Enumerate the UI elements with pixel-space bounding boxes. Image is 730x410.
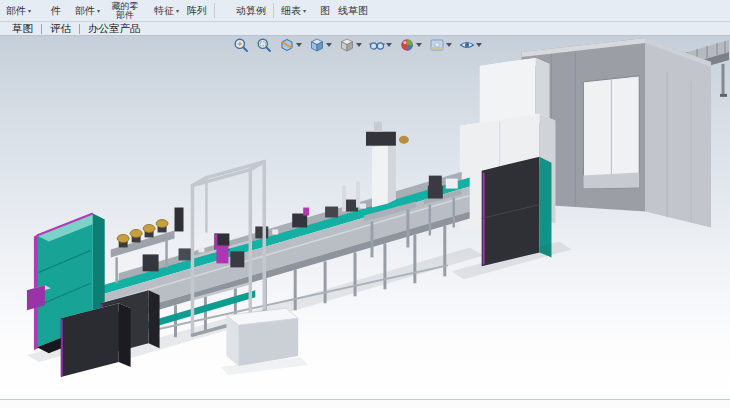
graphics-viewport[interactable]	[0, 36, 730, 399]
dropdown-arrow-icon	[476, 43, 482, 47]
edit-appearance-button[interactable]	[398, 36, 423, 54]
dropdown-arrow-icon	[296, 43, 302, 47]
tab-office-products[interactable]: 办公室产品	[80, 22, 149, 35]
dropdown-arrow-icon	[386, 43, 392, 47]
zoom-fit-button[interactable]	[232, 36, 250, 54]
zoom-area-icon	[256, 37, 272, 53]
ribbon-button-assembly-features[interactable]: 特征 ▾	[150, 0, 183, 21]
dropdown-arrow-icon: ▾	[97, 7, 100, 14]
heads-up-view-toolbar	[232, 36, 483, 54]
ribbon-button-label: 图	[320, 4, 330, 18]
hide-show-items-button[interactable]	[368, 36, 393, 54]
view-orientation-button[interactable]	[308, 36, 333, 54]
tab-evaluate[interactable]: 评估	[42, 22, 79, 35]
ribbon-button-mate[interactable]: 件	[47, 0, 65, 21]
solidworks-window: 部件 ▾ 件 部件 ▾ 藏的零部件 特征 ▾ 阵列 动算例 细表 ▾ 图	[0, 0, 730, 410]
white-table	[220, 308, 308, 375]
zoom-area-button[interactable]	[255, 36, 273, 54]
ribbon-button-exploded-view[interactable]: 图	[316, 0, 334, 21]
dropdown-arrow-icon	[416, 43, 422, 47]
view-settings-button[interactable]	[458, 36, 483, 54]
dropdown-arrow-icon	[446, 43, 452, 47]
ribbon-button-show-hidden-components[interactable]: 藏的零部件	[106, 0, 144, 21]
ribbon-separator	[214, 3, 215, 18]
ribbon-button-label: 阵列	[187, 4, 207, 18]
apply-scene-button[interactable]	[428, 36, 453, 54]
ribbon-button-pattern[interactable]: 阵列	[183, 0, 211, 21]
ribbon-button-insert-component[interactable]: 部件 ▾	[2, 0, 35, 21]
ribbon-toolbar: 部件 ▾ 件 部件 ▾ 藏的零部件 特征 ▾ 阵列 动算例 细表 ▾ 图	[0, 0, 730, 22]
dropdown-arrow-icon: ▾	[176, 7, 179, 14]
ribbon-button-bill-of-materials[interactable]: 细表 ▾	[277, 0, 310, 21]
ribbon-button-component-pattern[interactable]: 部件 ▾	[71, 0, 104, 21]
zoom-fit-icon	[233, 37, 249, 53]
display-style-button[interactable]	[338, 36, 363, 54]
ribbon-button-label: 部件	[6, 4, 26, 18]
ribbon-button-label: 动算例	[236, 4, 266, 18]
ribbon-button-label: 特征	[154, 4, 174, 18]
ribbon-button-label: 藏的零部件	[110, 2, 140, 20]
ribbon-button-explode-line-sketch[interactable]: 线草图	[334, 0, 372, 21]
view-orientation-icon	[309, 37, 325, 53]
ribbon-separator	[273, 3, 274, 18]
ribbon-button-label: 件	[51, 4, 61, 18]
apply-scene-icon	[429, 37, 445, 53]
assembly-3d-model	[0, 36, 730, 399]
commandmanager-tabs: 草图 评估 办公室产品	[0, 22, 730, 36]
view-settings-icon	[459, 37, 475, 53]
dropdown-arrow-icon	[326, 43, 332, 47]
ribbon-button-motion-study[interactable]: 动算例	[232, 0, 270, 21]
dropdown-arrow-icon: ▾	[28, 7, 31, 14]
edit-appearance-icon	[399, 37, 415, 53]
display-style-icon	[339, 37, 355, 53]
tab-sketch[interactable]: 草图	[4, 22, 41, 35]
dropdown-arrow-icon	[356, 43, 362, 47]
hide-show-items-icon	[369, 37, 385, 53]
dropdown-arrow-icon: ▾	[303, 7, 306, 14]
ribbon-button-label: 部件	[75, 4, 95, 18]
ribbon-button-label: 线草图	[338, 4, 368, 18]
ribbon-button-label: 细表	[281, 4, 301, 18]
section-view-button[interactable]	[278, 36, 303, 54]
status-bar	[0, 399, 730, 408]
section-view-icon	[279, 37, 295, 53]
